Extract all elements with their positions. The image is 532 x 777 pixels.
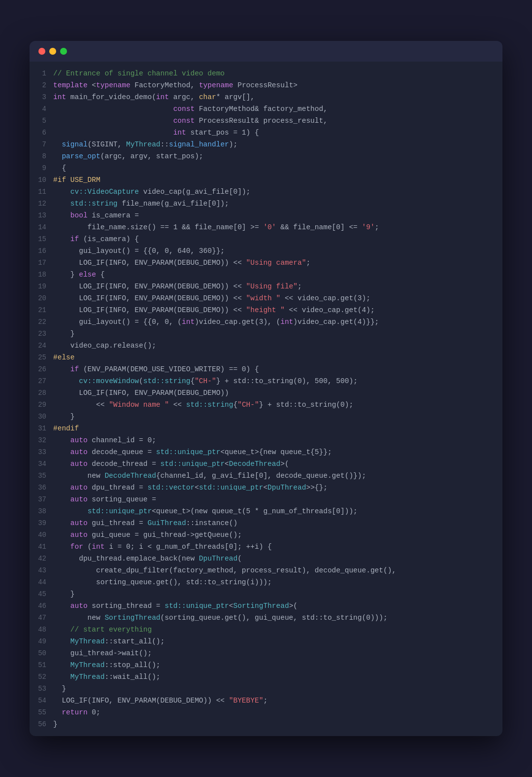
table-row: 52 MyThread::wait_all(); xyxy=(30,671,502,683)
table-row: 4 const FactoryMethod& factory_method, xyxy=(30,103,502,115)
line-number: 23 xyxy=(30,328,53,340)
line-number: 18 xyxy=(30,269,53,281)
table-row: 49 MyThread::start_all(); xyxy=(30,636,502,647)
table-row: 2template <typename FactoryMethod, typen… xyxy=(30,79,502,91)
line-number: 50 xyxy=(30,647,53,659)
table-row: 43 create_dpu_filter(factory_method, pro… xyxy=(30,565,502,576)
table-row: 6 int start_pos = 1) { xyxy=(30,127,502,139)
line-code: auto decode_thread = std::unique_ptr<Dec… xyxy=(53,458,299,470)
table-row: 24 video_cap.release(); xyxy=(30,340,502,352)
line-number: 26 xyxy=(30,363,53,375)
table-row: 27 cv::moveWindow(std::string{"CH-"} + s… xyxy=(30,375,502,387)
table-row: 23 } xyxy=(30,328,502,340)
line-code: } else { xyxy=(53,269,114,281)
line-code: MyThread::start_all(); xyxy=(53,636,174,647)
line-code: MyThread::stop_all(); xyxy=(53,659,170,671)
line-code: LOG_IF(INFO, ENV_PARAM(DEBUG_DEMO)) << "… xyxy=(53,304,385,316)
line-number: 39 xyxy=(30,517,53,529)
titlebar xyxy=(30,41,502,62)
line-code: LOG_IF(INFO, ENV_PARAM(DEBUG_DEMO)) xyxy=(53,387,239,399)
line-code: new SortingThread(sorting_queue.get(), g… xyxy=(53,612,398,624)
line-number: 8 xyxy=(30,150,53,162)
line-number: 9 xyxy=(30,162,53,174)
line-code: #if USE_DRM xyxy=(53,174,110,186)
line-code: std::unique_ptr<queue_t>(new queue_t(5 *… xyxy=(53,505,367,517)
line-number: 29 xyxy=(30,399,53,411)
line-code: auto sorting_queue = xyxy=(53,494,166,505)
table-row: 15 if (is_camera) { xyxy=(30,233,502,245)
line-code: auto decode_queue = std::unique_ptr<queu… xyxy=(53,446,342,458)
table-row: 54 LOG_IF(INFO, ENV_PARAM(DEBUG_DEMO)) <… xyxy=(30,695,502,706)
line-code: int main_for_video_demo(int argc, char* … xyxy=(53,91,265,103)
line-code: int start_pos = 1) { xyxy=(53,127,269,139)
line-code: } xyxy=(53,683,76,695)
line-code: video_cap.release(); xyxy=(53,340,166,352)
line-number: 40 xyxy=(30,529,53,541)
minimize-button[interactable] xyxy=(49,48,56,55)
line-code: gui_layout() = {{0, 0, (int)video_cap.ge… xyxy=(53,316,389,328)
line-code: parse_opt(argc, argv, start_pos); xyxy=(53,150,213,162)
line-code: cv::moveWindow(std::string{"CH-"} + std:… xyxy=(53,375,367,387)
line-code: #endif xyxy=(53,423,89,434)
code-area: 1// Entrance of single channel video dem… xyxy=(30,62,502,736)
table-row: 45 } xyxy=(30,588,502,600)
table-row: 7 signal(SIGINT, MyThread::signal_handle… xyxy=(30,139,502,150)
line-code: sorting_queue.get(), std::to_string(i)))… xyxy=(53,576,282,588)
line-code: std::string file_name(g_avi_file[0]); xyxy=(53,198,239,210)
line-code: LOG_IF(INFO, ENV_PARAM(DEBUG_DEMO)) << "… xyxy=(53,695,277,706)
line-number: 11 xyxy=(30,186,53,198)
line-number: 16 xyxy=(30,245,53,257)
line-number: 49 xyxy=(30,636,53,647)
table-row: 26 if (ENV_PARAM(DEMO_USE_VIDEO_WRITER) … xyxy=(30,363,502,375)
code-editor-window: 1// Entrance of single channel video dem… xyxy=(30,41,502,736)
table-row: 50 gui_thread->wait(); xyxy=(30,647,502,659)
line-code: gui_thread->wait(); xyxy=(53,647,162,659)
line-number: 56 xyxy=(30,718,53,730)
table-row: 29 << "Window name " << std::string{"CH-… xyxy=(30,399,502,411)
close-button[interactable] xyxy=(38,48,45,55)
maximize-button[interactable] xyxy=(60,48,67,55)
table-row: 46 auto sorting_thread = std::unique_ptr… xyxy=(30,600,502,612)
line-code: { xyxy=(53,162,76,174)
line-code: } xyxy=(53,588,85,600)
table-row: 42 dpu_thread.emplace_back(new DpuThread… xyxy=(30,553,502,565)
line-number: 41 xyxy=(30,541,53,553)
line-number: 54 xyxy=(30,695,53,706)
table-row: 25#else xyxy=(30,352,502,363)
line-code: << "Window name " << std::string{"CH-"} … xyxy=(53,399,363,411)
line-code: auto dpu_thread = std::vector<std::uniqu… xyxy=(53,482,337,494)
table-row: 16 gui_layout() = {{0, 0, 640, 360}}; xyxy=(30,245,502,257)
line-code: } xyxy=(53,411,85,423)
line-code: create_dpu_filter(factory_method, proces… xyxy=(53,565,406,576)
table-row: 37 auto sorting_queue = xyxy=(30,494,502,505)
table-row: 3int main_for_video_demo(int argc, char*… xyxy=(30,91,502,103)
line-number: 32 xyxy=(30,434,53,446)
line-code: if (is_camera) { xyxy=(53,233,149,245)
line-code: } xyxy=(53,718,67,730)
table-row: 38 std::unique_ptr<queue_t>(new queue_t(… xyxy=(30,505,502,517)
table-row: 5 const ProcessResult& process_result, xyxy=(30,115,502,127)
table-row: 44 sorting_queue.get(), std::to_string(i… xyxy=(30,576,502,588)
line-code: if (ENV_PARAM(DEMO_USE_VIDEO_WRITER) == … xyxy=(53,363,269,375)
table-row: 34 auto decode_thread = std::unique_ptr<… xyxy=(30,458,502,470)
line-code: // Entrance of single channel video demo xyxy=(53,68,234,79)
line-number: 28 xyxy=(30,387,53,399)
table-row: 47 new SortingThread(sorting_queue.get()… xyxy=(30,612,502,624)
table-row: 41 for (int i = 0; i < g_num_of_threads[… xyxy=(30,541,502,553)
table-row: 22 gui_layout() = {{0, 0, (int)video_cap… xyxy=(30,316,502,328)
line-number: 4 xyxy=(30,103,53,115)
table-row: 17 LOG_IF(INFO, ENV_PARAM(DEBUG_DEMO)) <… xyxy=(30,257,502,269)
table-row: 48 // start everything xyxy=(30,624,502,636)
table-row: 39 auto gui_thread = GuiThread::instance… xyxy=(30,517,502,529)
table-row: 9 { xyxy=(30,162,502,174)
line-number: 43 xyxy=(30,565,53,576)
line-code: auto channel_id = 0; xyxy=(53,434,166,446)
line-number: 15 xyxy=(30,233,53,245)
line-number: 30 xyxy=(30,411,53,423)
line-code: signal(SIGINT, MyThread::signal_handler)… xyxy=(53,139,247,150)
line-number: 52 xyxy=(30,671,53,683)
line-code: LOG_IF(INFO, ENV_PARAM(DEBUG_DEMO)) << "… xyxy=(53,292,380,304)
line-code: MyThread::wait_all(); xyxy=(53,671,170,683)
table-row: 20 LOG_IF(INFO, ENV_PARAM(DEBUG_DEMO)) <… xyxy=(30,292,502,304)
line-code: bool is_camera = xyxy=(53,210,149,221)
